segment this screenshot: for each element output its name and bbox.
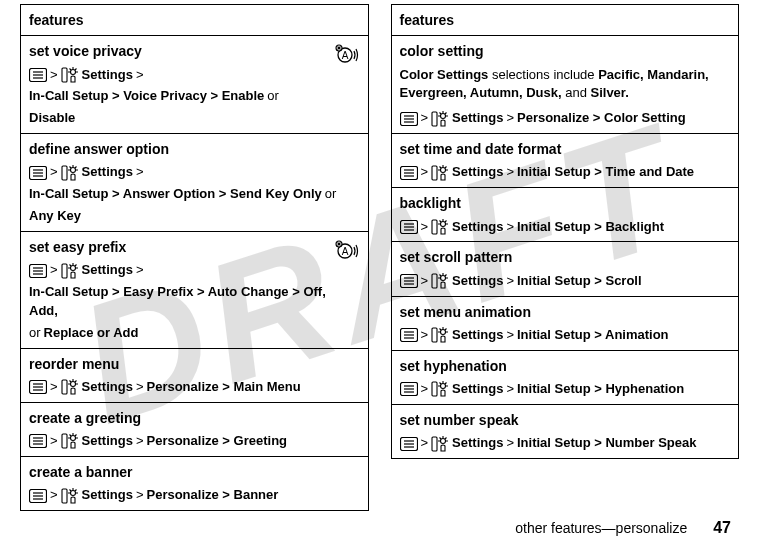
menu-key-icon bbox=[400, 437, 418, 451]
svg-point-5 bbox=[70, 70, 75, 75]
left-feature-cell: create a greeting>Settings>Personalize >… bbox=[21, 402, 369, 456]
svg-rect-56 bbox=[432, 166, 437, 180]
svg-point-33 bbox=[70, 382, 75, 387]
nav-path: >Settings>In-Call Setup > Easy Prefix > … bbox=[29, 261, 328, 342]
svg-point-57 bbox=[441, 167, 446, 172]
left-feature-cell: reorder menu>Settings>Personalize > Main… bbox=[21, 348, 369, 402]
nav-path: >Settings>In-Call Setup > Answer Option … bbox=[29, 163, 360, 226]
settings-icon bbox=[61, 263, 79, 279]
nav-path: >Settings>Personalize > Color Setting bbox=[400, 109, 731, 128]
path-segment: Settings bbox=[452, 272, 503, 291]
chevron-text: > bbox=[50, 66, 58, 85]
svg-point-87 bbox=[441, 438, 446, 443]
chevron-text: > bbox=[506, 272, 514, 291]
left-feature-cell: create a banner>Settings>Personalize > B… bbox=[21, 456, 369, 510]
settings-icon bbox=[61, 488, 79, 504]
settings-icon bbox=[61, 379, 79, 395]
chevron-text: > bbox=[506, 326, 514, 345]
svg-text:A: A bbox=[341, 246, 348, 257]
menu-key-icon bbox=[400, 382, 418, 396]
settings-icon bbox=[431, 111, 449, 127]
settings-icon bbox=[431, 165, 449, 181]
chevron-text: > bbox=[421, 380, 429, 399]
svg-point-69 bbox=[441, 276, 446, 281]
svg-point-81 bbox=[441, 384, 446, 389]
svg-rect-74 bbox=[432, 328, 437, 342]
svg-rect-86 bbox=[432, 437, 437, 451]
feature-title: define answer option bbox=[29, 139, 360, 159]
path-segment: Settings bbox=[452, 326, 503, 345]
path-segment: Replace or Add bbox=[44, 324, 139, 343]
right-column: features color settingColor Settings sel… bbox=[391, 4, 740, 511]
feature-title: set number speak bbox=[400, 410, 731, 430]
path-segment: In-Call Setup > Answer Option > Send Key… bbox=[29, 185, 322, 204]
svg-rect-21 bbox=[62, 264, 67, 278]
path-segment: Initial Setup > Hyphenation bbox=[517, 380, 684, 399]
page-footer: other features—personalize 47 bbox=[515, 519, 731, 537]
feature-title: create a banner bbox=[29, 462, 360, 482]
right-feature-cell: set number speak>Settings>Initial Setup … bbox=[391, 404, 739, 458]
path-segment: Settings bbox=[82, 432, 133, 451]
nav-path: >Settings>Initial Setup > Number Speak bbox=[400, 434, 731, 453]
svg-point-51 bbox=[441, 113, 446, 118]
svg-rect-50 bbox=[432, 112, 437, 126]
antenna-icon: A bbox=[334, 237, 360, 261]
path-segment: Initial Setup > Animation bbox=[517, 326, 669, 345]
settings-icon bbox=[431, 381, 449, 397]
feature-title: set hyphenation bbox=[400, 356, 731, 376]
page-number: 47 bbox=[713, 519, 731, 537]
nav-path: >Settings>In-Call Setup > Voice Privacy … bbox=[29, 66, 328, 129]
menu-key-icon bbox=[400, 220, 418, 234]
footer-text: other features—personalize bbox=[515, 520, 687, 536]
chevron-text: > bbox=[506, 218, 514, 237]
nav-path: >Settings>Initial Setup > Animation bbox=[400, 326, 731, 345]
svg-rect-80 bbox=[432, 382, 437, 396]
chevron-text: > bbox=[50, 163, 58, 182]
menu-key-icon bbox=[400, 328, 418, 342]
feature-title: set time and date format bbox=[400, 139, 731, 159]
right-feature-cell: set time and date format>Settings>Initia… bbox=[391, 134, 739, 188]
feature-title: set scroll pattern bbox=[400, 247, 731, 267]
feature-title: color setting bbox=[400, 41, 731, 61]
chevron-text: > bbox=[506, 434, 514, 453]
right-feature-cell: set scroll pattern>Settings>Initial Setu… bbox=[391, 242, 739, 296]
chevron-text: > bbox=[136, 261, 144, 280]
right-header: features bbox=[391, 5, 739, 36]
right-table: features color settingColor Settings sel… bbox=[391, 4, 740, 459]
svg-rect-4 bbox=[62, 68, 67, 82]
path-segment: Initial Setup > Backlight bbox=[517, 218, 664, 237]
settings-icon bbox=[431, 327, 449, 343]
nav-path: >Settings>Initial Setup > Backlight bbox=[400, 218, 731, 237]
nav-path: >Settings>Initial Setup > Time and Date bbox=[400, 163, 731, 182]
path-segment: Settings bbox=[82, 66, 133, 85]
svg-rect-38 bbox=[62, 434, 67, 448]
menu-key-icon bbox=[29, 489, 47, 503]
path-segment: Settings bbox=[452, 218, 503, 237]
chevron-text: > bbox=[421, 434, 429, 453]
svg-rect-68 bbox=[432, 274, 437, 288]
right-feature-cell: color settingColor Settings selections i… bbox=[391, 36, 739, 134]
nav-path: >Settings>Personalize > Banner bbox=[29, 486, 360, 505]
path-segment: Any Key bbox=[29, 207, 81, 226]
path-segment: Settings bbox=[452, 434, 503, 453]
path-segment: Personalize > Color Setting bbox=[517, 109, 686, 128]
svg-rect-62 bbox=[432, 220, 437, 234]
path-segment: Settings bbox=[452, 163, 503, 182]
menu-key-icon bbox=[400, 166, 418, 180]
path-segment: Personalize > Greeting bbox=[146, 432, 287, 451]
chevron-text: > bbox=[136, 486, 144, 505]
right-feature-cell: backlight>Settings>Initial Setup > Backl… bbox=[391, 188, 739, 242]
antenna-icon: A bbox=[334, 41, 360, 65]
menu-key-icon bbox=[400, 112, 418, 126]
left-feature-cell: define answer option>Settings>In-Call Se… bbox=[21, 134, 369, 232]
chevron-text: > bbox=[50, 486, 58, 505]
chevron-text: > bbox=[506, 163, 514, 182]
path-segment: Initial Setup > Time and Date bbox=[517, 163, 694, 182]
chevron-text: > bbox=[421, 218, 429, 237]
chevron-text: > bbox=[421, 326, 429, 345]
svg-rect-32 bbox=[62, 380, 67, 394]
chevron-text: > bbox=[421, 109, 429, 128]
or-text: or bbox=[325, 185, 337, 204]
left-feature-cell: set easy prefix>Settings>In-Call Setup >… bbox=[21, 231, 369, 348]
menu-key-icon bbox=[29, 166, 47, 180]
